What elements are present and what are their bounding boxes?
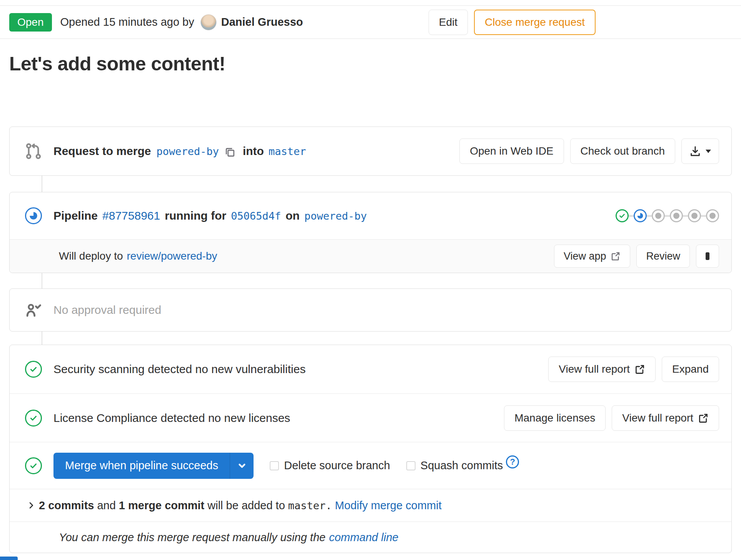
request-to-merge-label: Request to merge — [53, 145, 151, 158]
caret-down-icon — [706, 150, 711, 153]
source-branch-link[interactable]: powered-by — [156, 145, 219, 157]
help-question-icon[interactable]: ? — [506, 455, 519, 468]
license-report-text: License Compliance detected no new licen… — [53, 412, 290, 425]
target-branch-link[interactable]: master — [269, 145, 306, 157]
stage-connector — [665, 215, 670, 217]
pipeline-stage-created-icon[interactable] — [670, 209, 683, 222]
review-button[interactable]: Review — [636, 245, 690, 268]
merge-request-widget: Request to merge powered-by into master … — [9, 127, 732, 553]
download-dropdown-button[interactable] — [681, 138, 719, 164]
security-expand-button[interactable]: Expand — [662, 357, 719, 382]
manage-licenses-button[interactable]: Manage licenses — [504, 405, 606, 431]
environment-link[interactable]: review/powered-by — [127, 250, 217, 262]
widget-connector — [42, 332, 42, 345]
stage-connector — [683, 215, 688, 217]
open-web-ide-button[interactable]: Open in Web IDE — [459, 138, 564, 164]
merge-controls-row: Merge when pipeline succeeds Delete sour… — [10, 442, 731, 489]
into-label: into — [243, 145, 264, 158]
mr-state-header: Open Opened 15 minutes ago by Daniel Gru… — [0, 6, 741, 39]
request-to-merge-box: Request to merge powered-by into master … — [9, 127, 732, 176]
commit-count: 2 commits — [39, 499, 94, 512]
delete-source-branch-checkbox[interactable] — [270, 461, 279, 470]
check-circle-icon — [25, 361, 42, 378]
merge-commit-count: 1 merge commit — [119, 499, 204, 512]
pipeline-label: Pipeline — [53, 209, 98, 222]
commits-target-branch: master. — [288, 500, 332, 512]
check-circle-icon — [25, 457, 42, 474]
browser-status-fragment — [0, 557, 18, 560]
pipeline-mini-graph — [616, 209, 719, 222]
approval-box: No approval required — [9, 288, 732, 332]
running-for-label: running for — [165, 209, 226, 222]
approval-text: No approval required — [53, 303, 161, 317]
on-label: on — [285, 209, 300, 222]
will-deploy-label: Will deploy to — [59, 250, 123, 262]
delete-source-branch-label[interactable]: Delete source branch — [284, 459, 390, 472]
approval-person-check-icon — [25, 302, 42, 318]
check-out-branch-button[interactable]: Check out branch — [570, 138, 675, 164]
manual-merge-text: You can merge this merge request manuall… — [59, 531, 325, 544]
merge-options-dropdown[interactable] — [230, 453, 254, 479]
security-report-row: Security scanning detected no new vulner… — [10, 345, 731, 393]
widget-connector — [42, 176, 42, 192]
stage-connector — [701, 215, 706, 217]
modify-merge-commit-link[interactable]: Modify merge commit — [335, 499, 442, 512]
widget-connector — [42, 273, 42, 288]
author-avatar[interactable] — [200, 14, 217, 30]
download-icon — [689, 145, 701, 157]
stage-connector — [647, 215, 652, 217]
squash-commits-checkbox[interactable] — [406, 461, 416, 470]
reports-and-merge-box: Security scanning detected no new vulner… — [9, 345, 732, 553]
pipeline-running-icon[interactable] — [25, 207, 42, 224]
pipeline-stage-passed-icon[interactable] — [616, 209, 629, 222]
manual-merge-row: You can merge this merge request manuall… — [10, 522, 731, 553]
commit-sha-link[interactable]: 05065d4f — [231, 210, 281, 222]
copy-branch-icon[interactable] — [224, 147, 236, 158]
security-view-full-report-button[interactable]: View full report — [548, 357, 656, 382]
chevron-right-icon[interactable] — [27, 501, 36, 510]
status-badge: Open — [9, 13, 52, 32]
license-report-row: License Compliance detected no new licen… — [10, 393, 731, 442]
command-line-link[interactable]: command line — [329, 531, 399, 544]
check-circle-icon — [25, 410, 42, 427]
external-link-icon — [698, 413, 709, 423]
pipeline-stage-created-icon[interactable] — [688, 209, 701, 222]
deploy-row: Will deploy to review/powered-by View ap… — [10, 239, 731, 273]
external-link-icon — [611, 251, 621, 261]
view-app-button[interactable]: View app — [554, 245, 631, 268]
author-name[interactable]: Daniel Gruesso — [221, 16, 303, 28]
security-report-text: Security scanning detected no new vulner… — [53, 363, 305, 376]
pipeline-stage-running-icon[interactable] — [634, 209, 647, 222]
external-link-icon — [634, 364, 645, 375]
pipeline-stage-created-icon[interactable] — [652, 209, 665, 222]
merge-request-icon — [25, 143, 42, 160]
squash-commits-label[interactable]: Squash commits — [421, 459, 503, 472]
stop-environment-button[interactable] — [696, 245, 719, 268]
page-title: Let's add some content! — [9, 53, 732, 75]
commits-summary-row: 2 commits and 1 merge commit will be add… — [10, 489, 731, 522]
merge-when-pipeline-succeeds-button[interactable]: Merge when pipeline succeeds — [53, 453, 230, 479]
opened-text: Opened 15 minutes ago by — [60, 16, 194, 28]
license-view-full-report-button[interactable]: View full report — [612, 405, 719, 431]
chevron-down-icon — [237, 461, 247, 471]
pipeline-box: Pipeline #87758961 running for 05065d4f … — [9, 192, 732, 273]
stage-connector — [629, 215, 634, 217]
pipeline-stage-created-icon[interactable] — [706, 209, 719, 222]
pipeline-id-link[interactable]: #87758961 — [102, 209, 160, 222]
edit-button[interactable]: Edit — [429, 10, 468, 35]
stop-icon — [706, 252, 709, 260]
pipeline-branch-link[interactable]: powered-by — [304, 210, 367, 222]
close-merge-request-button[interactable]: Close merge request — [474, 10, 596, 35]
